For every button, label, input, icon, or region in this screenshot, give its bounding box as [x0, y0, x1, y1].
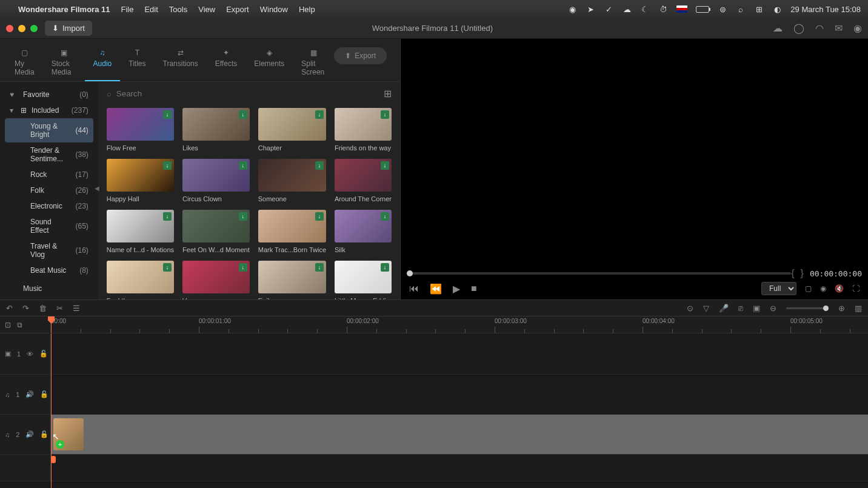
visibility-icon[interactable]: 👁 — [27, 350, 33, 358]
tab-split-screen[interactable]: ▦ Split Screen — [293, 44, 334, 81]
account-icon[interactable]: ◯ — [793, 22, 804, 34]
display-icon[interactable]: ▢ — [805, 284, 812, 293]
audio-thumbnail[interactable]: ↓Flow Free — [107, 108, 174, 152]
search-input[interactable]: ⌕ — [107, 89, 378, 98]
sidebar-music[interactable]: Music — [5, 281, 93, 296]
menu-edit[interactable]: Edit — [144, 5, 158, 14]
minimize-window-button[interactable] — [18, 25, 25, 32]
mute-icon[interactable]: 🔊 — [25, 390, 34, 398]
audio-thumbnail[interactable]: ↓Feet On W...d Moment — [182, 210, 250, 253]
sidebar-category[interactable]: Electronic(23) — [5, 198, 93, 214]
siri-icon[interactable]: ◐ — [772, 4, 782, 14]
preview-viewport[interactable] — [401, 39, 868, 269]
collapse-sidebar-handle[interactable]: ◀ — [95, 185, 99, 192]
check-icon[interactable]: ✓ — [604, 4, 613, 14]
time-ruler[interactable]: ⊡ ⧉ 00:0000:00:01:0000:00:02:0000:00:03:… — [0, 316, 868, 333]
search-field[interactable] — [116, 89, 378, 98]
close-window-button[interactable] — [6, 25, 13, 32]
flag-icon[interactable] — [676, 5, 687, 13]
audio-track-1[interactable]: ♫ 1 🔊 🔓 — [0, 375, 868, 415]
tab-stock-media[interactable]: ▣ Stock Media — [43, 44, 85, 81]
sidebar-favorite[interactable]: ♥ Favorite (0) — [5, 87, 93, 102]
audio-thumbnail[interactable]: ↓Name of t...d - Motions — [107, 210, 174, 253]
location-icon[interactable]: ➤ — [586, 4, 595, 14]
audio-thumbnail[interactable]: ↓Silk — [335, 210, 392, 253]
tab-effects[interactable]: ✦ Effects — [207, 44, 245, 81]
menu-app[interactable]: Wondershare Filmora 11 — [18, 5, 110, 14]
menubar-datetime[interactable]: 29 March Tue 15:08 — [790, 5, 861, 14]
quality-select[interactable]: Full — [761, 282, 796, 295]
headphones-icon[interactable]: ◠ — [815, 22, 824, 34]
globe-icon[interactable]: ◉ — [567, 4, 577, 14]
download-icon[interactable]: ↓ — [315, 110, 324, 119]
video-track-1[interactable]: ▣ 1 👁 🔓 — [0, 333, 868, 375]
tab-transitions[interactable]: ⇄ Transitions — [155, 44, 207, 81]
download-icon[interactable]: ↓ — [315, 212, 324, 221]
download-icon[interactable]: ↓ — [239, 212, 247, 221]
audio-thumbnail[interactable]: ↓Someone — [258, 159, 326, 202]
menu-export[interactable]: Export — [226, 5, 249, 14]
download-icon[interactable]: ↓ — [239, 263, 247, 272]
audio-thumbnail[interactable]: ↓Chapter — [258, 108, 326, 152]
menu-file[interactable]: File — [121, 5, 133, 14]
download-icon[interactable]: ↓ — [239, 161, 247, 170]
sidebar-category[interactable]: Tender & Sentime...(38) — [5, 142, 93, 167]
download-icon[interactable]: ↓ — [163, 110, 172, 119]
import-button[interactable]: ⬇ Import — [45, 21, 92, 36]
lock-icon[interactable]: 🔓 — [40, 390, 48, 398]
audio-thumbnail[interactable]: ↓Little Maps - Eddie — [335, 261, 392, 299]
lock-icon[interactable]: 🔓 — [39, 350, 48, 358]
download-icon[interactable]: ↓ — [163, 212, 172, 221]
wifi-icon[interactable]: ⊚ — [718, 4, 727, 14]
control-center-icon[interactable]: ⊞ — [754, 4, 764, 14]
audio-thumbnail[interactable]: ↓Happy Hall — [107, 159, 174, 202]
mixer-button[interactable]: ⎚ — [738, 304, 743, 313]
tab-my-media[interactable]: ▢ My Media — [6, 44, 43, 81]
menu-help[interactable]: Help — [299, 5, 315, 14]
clock-icon[interactable]: ⏱ — [658, 4, 668, 14]
fit-button[interactable]: ▥ — [855, 304, 862, 313]
mute-icon[interactable]: 🔊 — [25, 430, 34, 438]
sidebar-category[interactable]: Young & Bright(44) — [5, 118, 93, 142]
tab-audio[interactable]: ♫ Audio — [85, 44, 121, 81]
mail-icon[interactable]: ✉ — [835, 22, 843, 34]
download-icon[interactable]: ↓ — [315, 263, 324, 272]
undo-button[interactable]: ↶ — [6, 304, 13, 313]
download-icon[interactable]: ↓ — [381, 161, 389, 170]
sidebar-category[interactable]: Travel & Vlog(16) — [5, 238, 93, 262]
audio-thumbnail[interactable]: ↓Friends on the way — [335, 108, 392, 152]
zoom-in-button[interactable]: ⊕ — [838, 304, 845, 313]
delete-button[interactable]: 🗑 — [39, 304, 47, 313]
sidebar-category[interactable]: Folk(26) — [5, 182, 93, 198]
tab-elements[interactable]: ◈ Elements — [245, 44, 293, 81]
download-icon[interactable]: ↓ — [163, 263, 172, 272]
menu-button[interactable]: ☰ — [73, 304, 80, 313]
record-button[interactable]: ⊙ — [687, 304, 693, 313]
audio-thumbnail[interactable]: ↓Epilogue — [258, 261, 326, 299]
sidebar-category[interactable]: Rock(17) — [5, 167, 93, 182]
stop-button[interactable]: ■ — [471, 283, 477, 295]
drop-target[interactable]: ↖ + — [51, 415, 868, 454]
menu-tools[interactable]: Tools — [169, 5, 187, 14]
audio-thumbnail[interactable]: ↓⊞Likes — [182, 108, 250, 152]
download-icon[interactable]: ↓ — [381, 263, 389, 272]
marker-button[interactable]: ▽ — [703, 304, 709, 313]
sidebar-included[interactable]: ▾ ⊞ Included (237) — [5, 102, 93, 118]
cloud-sync-icon[interactable]: ☁ — [773, 22, 783, 34]
menu-window[interactable]: Window — [260, 5, 288, 14]
download-icon[interactable]: ↓ — [381, 212, 389, 221]
link-toggle-icon[interactable]: ⊡ — [5, 321, 11, 329]
volume-icon[interactable]: 🔇 — [835, 284, 844, 293]
magnet-icon[interactable]: ⧉ — [17, 321, 22, 329]
preview-scrubber[interactable]: { } 00:00:00:00 — [401, 269, 868, 278]
mic-button[interactable]: 🎤 — [719, 304, 729, 313]
redo-button[interactable]: ↷ — [22, 304, 29, 313]
moon-icon[interactable]: ☾ — [640, 4, 650, 14]
audio-thumbnail[interactable]: ↓Mark Trac...Born Twice — [258, 210, 326, 253]
menu-view[interactable]: View — [198, 5, 215, 14]
notification-icon[interactable]: ◉ — [853, 22, 862, 34]
audio-track-2[interactable]: ♫ 2 🔊 🔓 ↖ + — [0, 415, 868, 455]
lock-icon[interactable]: 🔓 — [40, 430, 48, 438]
download-icon[interactable]: ↓ — [239, 110, 247, 119]
maximize-window-button[interactable] — [30, 25, 38, 32]
